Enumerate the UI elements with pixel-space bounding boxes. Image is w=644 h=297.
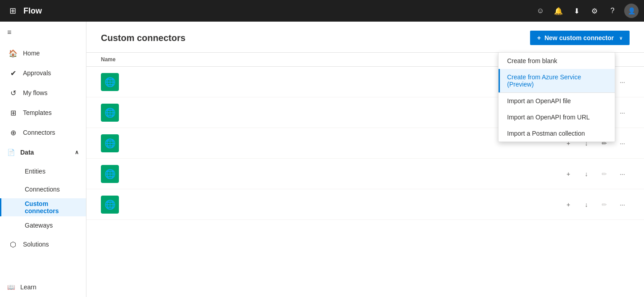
templates-icon: ⊞ (9, 109, 18, 117)
add-action-4[interactable]: + (561, 167, 576, 181)
connector-icon-4: 🌐 (101, 165, 119, 183)
avatar[interactable]: 👤 (624, 4, 639, 18)
app-title: Flow (23, 6, 529, 16)
new-custom-connector-button[interactable]: + New custom connector ∨ (530, 31, 630, 45)
sidebar-collapse-button[interactable]: ≡ (0, 22, 86, 43)
sidebar-item-home-label: Home (23, 50, 40, 57)
my-flows-icon: ↺ (9, 89, 18, 97)
sidebar-sub-item-connections-label: Connections (25, 186, 60, 193)
sidebar-sub-item-entities-label: Entities (25, 168, 45, 175)
sidebar-sub-item-custom-connectors[interactable]: Custom connectors (0, 198, 86, 216)
import-openapi-file-label: Import an OpenAPI file (507, 97, 571, 105)
sidebar-sub-item-custom-connectors-label: Custom connectors (25, 200, 79, 215)
name-column-header: Name (101, 56, 116, 63)
page-title: Custom connectors (101, 33, 186, 43)
topbar: ⊞ Flow ☺ 🔔 ⬇ ⚙ ? 👤 (0, 0, 644, 22)
dropdown-item-create-blank[interactable]: Create from blank (499, 53, 615, 69)
connector-actions-5: + ↓ ✏ ··· (561, 197, 630, 212)
dropdown-arrow-icon: ∨ (619, 36, 622, 41)
edit-action-5: ✏ (597, 197, 612, 212)
download-action-4[interactable]: ↓ (579, 167, 594, 181)
more-action-2[interactable]: ··· (615, 105, 630, 120)
import-openapi-url-label: Import an OpenAPI from URL (507, 114, 590, 121)
dropdown-item-create-azure[interactable]: Create from Azure Service (Preview) (499, 69, 615, 92)
home-icon: 🏠 (9, 49, 18, 58)
layout: ≡ 🏠 Home ✔ Approvals ↺ My flows ⊞ Templa… (0, 22, 644, 297)
connector-actions-4: + ↓ ✏ ··· (561, 167, 630, 181)
connector-icon-2: 🌐 (101, 104, 119, 122)
notifications-icon[interactable]: 🔔 (550, 3, 567, 19)
more-action-4[interactable]: ··· (615, 167, 630, 181)
sidebar-item-my-flows[interactable]: ↺ My flows (0, 83, 86, 103)
edit-action-4: ✏ (597, 167, 612, 181)
sidebar-sub-item-gateways-label: Gateways (25, 222, 53, 229)
connector-row: 🌐 + ↓ ✏ ··· (86, 189, 644, 220)
topbar-icons: ☺ 🔔 ⬇ ⚙ ? 👤 (532, 3, 639, 19)
dropdown-item-import-openapi-file[interactable]: Import an OpenAPI file (499, 93, 615, 109)
learn-icon: 📖 (7, 283, 15, 291)
sidebar-item-approvals[interactable]: ✔ Approvals (0, 63, 86, 83)
download-action-5[interactable]: ↓ (579, 197, 594, 212)
sidebar-item-learn[interactable]: 📖 Learn (0, 277, 86, 297)
data-icon: 📄 (7, 149, 15, 156)
sidebar-sub-item-connections[interactable]: Connections (0, 180, 86, 198)
main-content: Custom connectors + New custom connector… (86, 22, 644, 297)
sidebar-sub-item-gateways[interactable]: Gateways (0, 216, 86, 234)
dropdown-item-import-postman[interactable]: Import a Postman collection (499, 125, 615, 142)
sidebar-section-data-label: Data (20, 149, 34, 156)
connectors-icon: ⊕ (9, 128, 18, 137)
data-expand-icon: ∧ (75, 149, 79, 155)
add-action-5[interactable]: + (561, 197, 576, 212)
import-postman-label: Import a Postman collection (507, 130, 585, 137)
connector-row: 🌐 + ↓ ✏ ··· (86, 159, 644, 189)
help-icon[interactable]: ? (604, 3, 621, 19)
create-azure-label: Create from Azure Service (Preview) (507, 73, 608, 88)
dropdown-item-import-openapi-url[interactable]: Import an OpenAPI from URL (499, 109, 615, 125)
sidebar-item-templates-label: Templates (23, 109, 52, 116)
sidebar-item-connectors[interactable]: ⊕ Connectors (0, 123, 86, 142)
connector-icon-5: 🌐 (101, 196, 119, 214)
plus-icon: + (537, 34, 541, 41)
sidebar-sub-item-entities[interactable]: Entities (0, 162, 86, 180)
sidebar-item-my-flows-label: My flows (23, 89, 47, 96)
new-connector-dropdown: Create from blank Create from Azure Serv… (498, 52, 615, 142)
new-connector-container: + New custom connector ∨ Create from bla… (530, 31, 630, 45)
more-action-5[interactable]: ··· (615, 197, 630, 212)
download-icon[interactable]: ⬇ (568, 3, 585, 19)
connector-icon-1: 🌐 (101, 73, 119, 91)
waffle-menu-button[interactable]: ⊞ (5, 4, 20, 18)
sidebar: ≡ 🏠 Home ✔ Approvals ↺ My flows ⊞ Templa… (0, 22, 86, 297)
sidebar-item-solutions[interactable]: ⬡ Solutions (0, 234, 86, 254)
more-action-1[interactable]: ··· (615, 75, 630, 89)
sidebar-item-templates[interactable]: ⊞ Templates (0, 103, 86, 123)
sidebar-item-learn-label: Learn (20, 283, 36, 291)
settings-icon[interactable]: ⚙ (586, 3, 603, 19)
sidebar-section-data[interactable]: 📄 Data ∧ (0, 142, 86, 162)
connector-icon-3: 🌐 (101, 134, 119, 152)
feedback-icon[interactable]: ☺ (532, 3, 549, 19)
main-header: Custom connectors + New custom connector… (86, 22, 644, 53)
new-connector-label: New custom connector (544, 34, 614, 41)
sidebar-item-solutions-label: Solutions (23, 241, 49, 248)
sidebar-spacer (0, 254, 86, 277)
create-blank-label: Create from blank (507, 57, 557, 64)
approvals-icon: ✔ (9, 69, 18, 78)
sidebar-item-home[interactable]: 🏠 Home (0, 43, 86, 63)
solutions-icon: ⬡ (9, 240, 18, 249)
sidebar-item-connectors-label: Connectors (23, 129, 55, 136)
sidebar-item-approvals-label: Approvals (23, 69, 51, 77)
more-action-3[interactable]: ··· (615, 136, 630, 151)
